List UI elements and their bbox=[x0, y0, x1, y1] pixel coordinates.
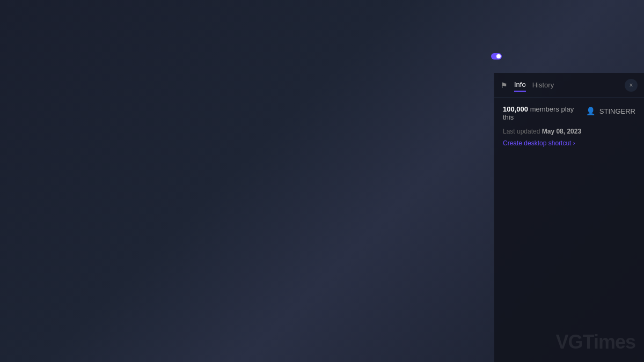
save-mods-toggle bbox=[491, 53, 502, 60]
last-updated-label: Last updated bbox=[503, 128, 540, 135]
members-count: 100,000 members play this bbox=[503, 105, 586, 121]
username-info: STINGERR bbox=[599, 107, 635, 115]
info-content: 100,000 members play this 👤 STINGERR Las… bbox=[494, 98, 644, 154]
flag-icon: ⚑ bbox=[501, 81, 508, 90]
tab-history[interactable]: History bbox=[532, 79, 554, 91]
tab-info[interactable]: Info bbox=[514, 78, 526, 92]
user-row: 👤 STINGERR bbox=[586, 107, 635, 115]
last-updated: Last updated May 08, 2023 bbox=[503, 128, 635, 135]
create-shortcut-link[interactable]: Create desktop shortcut › bbox=[503, 139, 635, 147]
last-updated-date: May 08, 2023 bbox=[542, 128, 581, 135]
info-panel-tabs: ⚑ Info History × bbox=[494, 73, 644, 98]
info-panel: ⚑ Info History × 100,000 members play th… bbox=[494, 73, 644, 362]
vgtimes-watermark: VGTimes bbox=[556, 331, 635, 353]
members-number: 100,000 bbox=[503, 105, 528, 113]
close-panel-button[interactable]: × bbox=[625, 79, 638, 92]
user-icon-info: 👤 bbox=[586, 107, 595, 115]
